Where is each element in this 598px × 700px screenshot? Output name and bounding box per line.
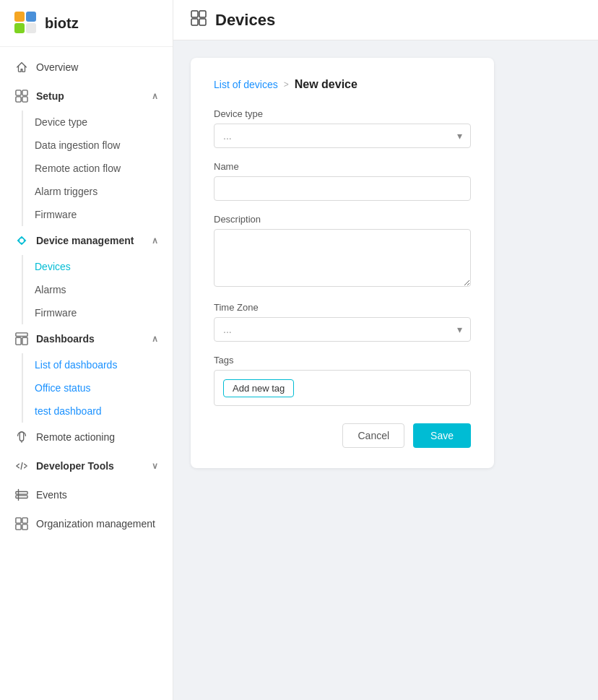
main-content: Devices List of devices > New device Dev… [173,0,598,700]
home-icon [14,60,29,74]
svg-rect-19 [22,524,27,530]
description-textarea[interactable] [214,229,471,287]
sidebar-item-overview[interactable]: Overview [0,53,173,82]
svg-rect-4 [16,90,21,95]
dev-tools-icon [14,459,29,473]
svg-rect-14 [16,496,27,498]
svg-rect-21 [199,11,206,17]
device-type-label: Device type [214,108,471,119]
sidebar-item-org-management[interactable]: Organization management [0,509,173,538]
sidebar-item-alarms[interactable]: Alarms [23,278,173,301]
save-button[interactable]: Save [413,423,471,448]
sidebar-item-events[interactable]: Events [0,480,173,509]
new-device-form-card: List of devices > New device Device type… [191,58,494,468]
setup-sub-items: Device type Data ingestion flow Remote a… [22,111,173,226]
sidebar-item-device-type[interactable]: Device type [23,111,173,134]
svg-rect-11 [22,337,27,345]
sidebar: biotz Overview Setup [0,0,173,700]
sidebar-item-remote-action-flow[interactable]: Remote action flow [23,157,173,180]
nav-section: Overview Setup ∧ Device type Data ingest… [0,47,173,544]
sidebar-item-data-ingestion-flow[interactable]: Data ingestion flow [23,134,173,157]
cancel-button[interactable]: Cancel [342,423,404,448]
time-zone-label: Time Zone [214,302,471,313]
device-mgmt-icon [14,233,29,248]
setup-chevron-icon: ∧ [152,91,158,101]
device-type-select-wrapper: ... [214,124,471,148]
name-field: Name [214,161,471,201]
tags-area: Add new tag [214,370,471,406]
form-actions: Cancel Save [214,423,471,448]
breadcrumb: List of devices > New device [214,78,471,91]
sidebar-item-list-of-dashboards[interactable]: List of dashboards [23,353,173,376]
time-zone-select-wrapper: ... [214,317,471,342]
dev-tools-chevron-icon: ∨ [152,461,158,471]
breadcrumb-link[interactable]: List of devices [214,79,278,90]
dashboards-chevron-icon: ∧ [152,334,158,344]
breadcrumb-current: New device [295,78,358,91]
time-zone-select[interactable]: ... [214,317,471,342]
description-field: Description [214,214,471,289]
sidebar-item-remote-actioning-label: Remote actioning [36,431,115,443]
tags-field: Tags Add new tag [214,355,471,406]
name-label: Name [214,161,471,172]
name-input[interactable] [214,176,471,201]
page-icon [191,10,207,30]
svg-rect-10 [16,337,21,345]
events-icon [14,488,29,502]
sidebar-group-dashboards[interactable]: Dashboards ∧ [0,324,173,353]
sidebar-item-alarm-triggers[interactable]: Alarm triggers [23,180,173,203]
sidebar-group-developer-tools-label: Developer Tools [36,460,114,472]
svg-rect-18 [16,524,21,530]
remote-icon [14,430,29,444]
page-title: Devices [215,11,275,30]
org-icon [14,517,29,531]
svg-rect-7 [22,97,27,102]
add-tag-button[interactable]: Add new tag [223,379,294,397]
breadcrumb-separator: > [284,79,289,90]
sidebar-group-device-management[interactable]: Device management ∧ [0,226,173,255]
setup-icon [14,89,29,103]
sidebar-group-developer-tools[interactable]: Developer Tools ∨ [0,451,173,480]
sidebar-item-firmware-setup[interactable]: Firmware [23,203,173,226]
sidebar-group-device-management-label: Device management [36,235,134,246]
dashboards-sub-items: List of dashboards Office status test da… [22,353,173,423]
sidebar-item-firmware-dm[interactable]: Firmware [23,301,173,324]
tags-label: Tags [214,355,471,366]
time-zone-field: Time Zone ... [214,302,471,342]
svg-rect-6 [16,97,21,102]
sidebar-item-org-management-label: Organization management [36,518,155,530]
sidebar-group-setup[interactable]: Setup ∧ [0,82,173,111]
add-tag-label: Add new tag [233,383,285,394]
dashboards-icon [14,332,29,346]
sidebar-item-devices[interactable]: Devices [23,255,173,278]
logo-icon [14,12,38,35]
svg-rect-12 [20,432,23,441]
svg-rect-2 [14,23,25,33]
logo-area: biotz [0,0,173,47]
svg-rect-22 [191,19,198,25]
sidebar-item-overview-label: Overview [36,61,78,73]
description-label: Description [214,214,471,225]
svg-rect-17 [22,518,27,523]
svg-rect-20 [191,11,198,17]
device-type-field: Device type ... [214,108,471,148]
device-mgmt-chevron-icon: ∧ [152,236,158,246]
sidebar-item-test-dashboard[interactable]: test dashboard [23,399,173,423]
sidebar-group-setup-label: Setup [36,90,64,102]
svg-rect-3 [26,23,36,33]
sidebar-item-office-status[interactable]: Office status [23,376,173,399]
device-management-sub-items: Devices Alarms Firmware [22,255,173,324]
sidebar-group-dashboards-label: Dashboards [36,333,95,345]
svg-rect-1 [26,12,36,22]
sidebar-item-remote-actioning[interactable]: Remote actioning [0,423,173,451]
svg-rect-13 [16,492,27,495]
logo-text: biotz [45,15,79,32]
content-area: List of devices > New device Device type… [173,40,598,700]
sidebar-item-events-label: Events [36,489,67,501]
svg-rect-23 [199,19,206,25]
svg-rect-5 [22,90,27,95]
svg-rect-16 [16,518,21,523]
svg-rect-9 [16,333,27,337]
device-type-select[interactable]: ... [214,124,471,148]
top-bar: Devices [173,0,598,40]
